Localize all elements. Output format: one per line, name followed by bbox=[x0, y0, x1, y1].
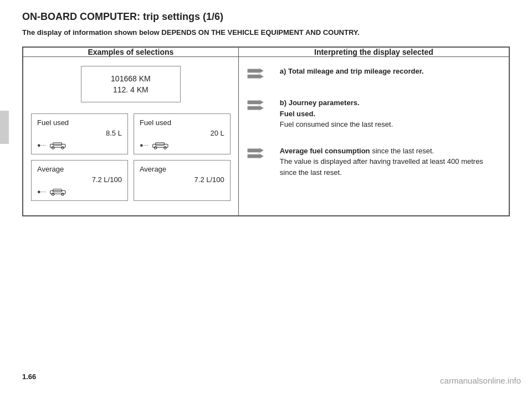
average-right-box: Average 7.2 L/100 bbox=[134, 160, 231, 201]
col-left-header: Examples of selections bbox=[88, 48, 173, 56]
interp-b-line2: Fuel used. bbox=[280, 110, 315, 118]
main-table: Examples of selections Interpreting the … bbox=[22, 46, 510, 216]
page-title: ON-BOARD COMPUTER: trip settings (1/6) bbox=[22, 11, 510, 23]
svg-marker-14 bbox=[247, 99, 263, 106]
interp-row-c: Average fuel consumption since the last … bbox=[247, 146, 501, 178]
fuel-used-row: Fuel used 8.5 L ●··· bbox=[31, 113, 231, 154]
interp-row-b: b) Journey parameters. Fuel used. Fuel c… bbox=[247, 97, 501, 130]
car-icon-3 bbox=[48, 187, 68, 196]
interp-text-b: b) Journey parameters. Fuel used. Fuel c… bbox=[280, 97, 393, 130]
fuel-used-left-value: 8.5 L bbox=[37, 129, 122, 137]
svg-marker-12 bbox=[247, 67, 263, 75]
svg-point-3 bbox=[62, 147, 64, 149]
interp-text-c: Average fuel consumption since the last … bbox=[280, 146, 501, 178]
average-left-box: Average 7.2 L/100 ●··· bbox=[31, 160, 128, 201]
fuel-used-left-icon: ●··· bbox=[37, 141, 122, 149]
car-icon-1 bbox=[48, 141, 68, 149]
interp-a-text: a) Total mileage and trip mileage record… bbox=[280, 67, 424, 75]
double-arrow-b bbox=[247, 99, 272, 113]
interpretation-cell: a) Total mileage and trip mileage record… bbox=[238, 57, 509, 216]
svg-marker-16 bbox=[247, 147, 263, 154]
interp-b-line3: Fuel consumed since the last reset. bbox=[280, 120, 393, 128]
page-number: 1.66 bbox=[22, 373, 36, 381]
svg-point-2 bbox=[52, 147, 54, 149]
svg-point-7 bbox=[163, 147, 166, 149]
svg-marker-17 bbox=[247, 152, 263, 160]
interp-text-a: a) Total mileage and trip mileage record… bbox=[280, 66, 424, 77]
average-left-title: Average bbox=[37, 165, 122, 173]
double-arrow-a bbox=[247, 67, 272, 82]
fuel-used-left-title: Fuel used bbox=[37, 118, 122, 127]
average-left-icon: ●··· bbox=[37, 187, 122, 196]
svg-point-11 bbox=[62, 193, 64, 195]
svg-marker-15 bbox=[247, 104, 263, 112]
interp-c-rest: since the last reset. bbox=[370, 147, 434, 155]
interp-c-line2: The value is displayed after having trav… bbox=[280, 157, 483, 177]
examples-cell: 101668 KM 112. 4 KM Fuel used 8.5 L ●··· bbox=[23, 57, 238, 216]
left-tab bbox=[0, 111, 9, 144]
interp-c-bold: Average fuel consumption bbox=[280, 147, 370, 155]
pin-dots-2: ●··· bbox=[140, 142, 149, 148]
svg-point-10 bbox=[52, 193, 54, 195]
fuel-used-right-value: 20 L bbox=[140, 129, 224, 137]
average-right-title: Average bbox=[140, 165, 224, 173]
average-row: Average 7.2 L/100 ●··· bbox=[31, 160, 231, 201]
average-left-value: 7.2 L/100 bbox=[37, 175, 122, 184]
fuel-used-left-box: Fuel used 8.5 L ●··· bbox=[31, 113, 128, 154]
double-arrow-c bbox=[247, 147, 272, 162]
mileage-line1: 101668 KM bbox=[90, 74, 171, 83]
pin-dots-3: ●··· bbox=[37, 188, 46, 195]
svg-marker-13 bbox=[247, 73, 263, 80]
pin-dots-1: ●··· bbox=[37, 142, 46, 148]
mileage-line2: 112. 4 KM bbox=[90, 85, 171, 94]
interp-b-bold: b) Journey parameters. bbox=[280, 99, 360, 107]
svg-point-6 bbox=[154, 147, 156, 149]
car-icon-2 bbox=[151, 141, 171, 149]
interp-row-a: a) Total mileage and trip mileage record… bbox=[247, 66, 501, 82]
fuel-used-right-icon: ●··· bbox=[140, 141, 224, 149]
subtitle: The display of information shown below D… bbox=[22, 28, 510, 37]
fuel-used-right-title: Fuel used bbox=[140, 118, 224, 127]
fuel-used-right-box: Fuel used 20 L ●··· bbox=[134, 113, 231, 154]
col-right-header: Interpreting the display selected bbox=[314, 48, 433, 56]
average-right-value: 7.2 L/100 bbox=[140, 175, 224, 184]
mileage-box: 101668 KM 112. 4 KM bbox=[81, 66, 181, 102]
watermark: carmanualsonline.info bbox=[440, 376, 521, 385]
